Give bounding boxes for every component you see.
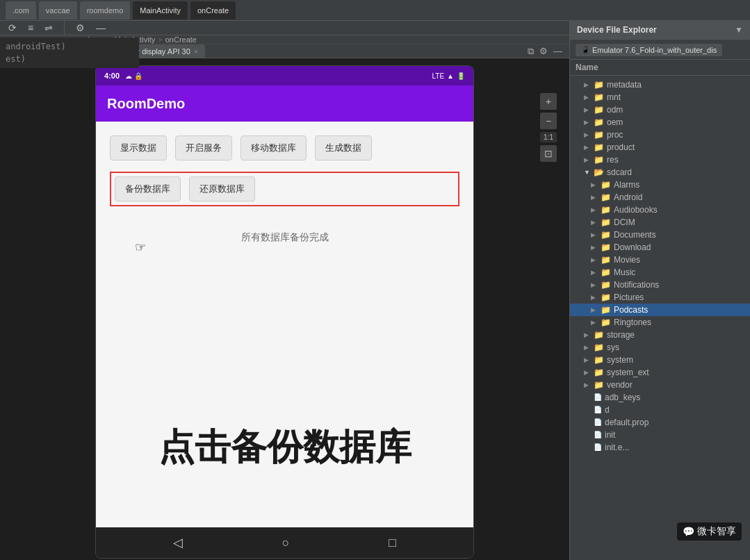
tree-item-metadata[interactable]: ▶ 📁 metadata: [570, 79, 750, 91]
folder-icon: 📁: [601, 318, 611, 327]
tab-com[interactable]: .com: [6, 1, 36, 19]
toolbar-list-icon[interactable]: ≡: [25, 21, 36, 35]
btn-backup-db[interactable]: 备份数据库: [115, 176, 181, 201]
emulator-copy-icon[interactable]: ⧉: [528, 46, 534, 57]
tree-item-sys[interactable]: ▶ 📁 sys: [570, 341, 750, 354]
chevron-right-icon: ▶: [591, 206, 598, 213]
chevron-right-icon: ▶: [591, 256, 598, 263]
button-row-1: 显示数据 开启服务 移动数据库 生成数据: [110, 135, 459, 160]
chevron-right-icon: ▶: [584, 106, 591, 113]
tree-item-vendor[interactable]: ▶ 📁 vendor: [570, 379, 750, 391]
tree-item-init-e[interactable]: ▶ 📄 init.e...: [570, 441, 750, 454]
tree-label-podcasts: Podcasts: [614, 305, 648, 315]
tree-label-sdcard: sdcard: [607, 167, 632, 177]
zoom-out-btn[interactable]: −: [540, 113, 557, 129]
btn-show-data[interactable]: 显示数据: [110, 135, 167, 160]
chevron-right-icon: ▶: [591, 269, 598, 276]
folder-icon: 📁: [601, 242, 611, 252]
tab-mainactivity[interactable]: MainActivity: [133, 1, 188, 19]
tree-label-system: system: [607, 355, 633, 365]
tree-item-android[interactable]: ▶ 📁 Android: [570, 191, 750, 204]
btn-move-db[interactable]: 移动数据库: [241, 135, 307, 160]
tree-item-pictures[interactable]: ▶ 📁 Pictures: [570, 291, 750, 304]
tab-mainactivity-label: MainActivity: [140, 6, 181, 15]
tree-item-adb-keys[interactable]: ▶ 📄 adb_keys: [570, 391, 750, 404]
zoom-fit-btn[interactable]: ⊡: [540, 145, 557, 162]
btn-restore-db[interactable]: 还原数据库: [189, 176, 255, 201]
chevron-right-icon: ▶: [591, 231, 598, 238]
file-icon: 📄: [594, 443, 602, 451]
chevron-right-icon: ▶: [584, 94, 591, 101]
zoom-label: 1:1: [540, 132, 557, 142]
tree-label-sys: sys: [607, 343, 619, 352]
highlighted-buttons-container: 备份数据库 还原数据库: [110, 172, 459, 206]
toolbar-align-icon[interactable]: ⇌: [42, 21, 56, 35]
tree-item-oem[interactable]: ▶ 📁 oem: [570, 116, 750, 129]
tree-item-system-ext[interactable]: ▶ 📁 system_ext: [570, 366, 750, 379]
breadcrumb-oncreate[interactable]: onCreate: [165, 35, 197, 44]
tree-item-audiobooks[interactable]: ▶ 📁 Audiobooks: [570, 204, 750, 216]
tree-item-movies[interactable]: ▶ 📁 Movies: [570, 254, 750, 266]
tree-label-storage: storage: [607, 330, 635, 340]
folder-icon: 📁: [601, 293, 611, 302]
folder-icon: 📁: [601, 217, 611, 227]
tree-item-odm[interactable]: ▶ 📁 odm: [570, 104, 750, 116]
toolbar-settings-icon[interactable]: ⚙: [73, 21, 88, 35]
chevron-right-icon: ▶: [591, 306, 598, 313]
tree-item-default-prop[interactable]: ▶ 📄 default.prop: [570, 416, 750, 429]
tree-item-notifications[interactable]: ▶ 📁 Notifications: [570, 279, 750, 291]
nav-back-btn[interactable]: ◁: [173, 535, 183, 550]
file-icon: 📄: [594, 393, 602, 401]
folder-icon: 📁: [594, 355, 604, 365]
tree-item-ringtones[interactable]: ▶ 📁 Ringtones: [570, 316, 750, 329]
btn-gen-data[interactable]: 生成数据: [315, 135, 372, 160]
tree-item-mnt[interactable]: ▶ 📁 mnt: [570, 91, 750, 104]
tree-item-music[interactable]: ▶ 📁 Music: [570, 266, 750, 279]
emulator-icon-group: ⧉ ⚙ —: [528, 46, 562, 57]
emulator-minimize-icon[interactable]: —: [553, 46, 562, 57]
tree-item-podcasts[interactable]: ▶ 📁 Podcasts: [570, 304, 750, 316]
device-file-explorer-title: Device File Explorer: [577, 25, 657, 35]
folder-icon: 📁: [601, 230, 611, 240]
tree-item-proc[interactable]: ▶ 📁 proc: [570, 129, 750, 141]
tab-roomdemo[interactable]: roomdemo: [80, 1, 131, 19]
tree-item-init[interactable]: ▶ 📄 init: [570, 429, 750, 441]
toolbar-refresh-icon[interactable]: ⟳: [6, 21, 19, 35]
tab-oncreate-label: onCreate: [197, 6, 229, 15]
dfe-tab[interactable]: 📱 Emulator 7.6_Fold-in_with_outer_dis: [576, 44, 722, 56]
emulator-close-icon[interactable]: ×: [194, 47, 198, 56]
breadcrumb-sep-4: >: [158, 35, 162, 44]
chevron-right-icon: ▶: [584, 156, 591, 163]
status-extra-icons: ☁ 🔒: [125, 72, 142, 80]
tree-item-res[interactable]: ▶ 📁 res: [570, 154, 750, 166]
emulator-gear-icon[interactable]: ⚙: [539, 46, 548, 57]
folder-icon: 📁: [601, 267, 611, 277]
tree-item-system[interactable]: ▶ 📁 system: [570, 354, 750, 366]
tree-item-documents[interactable]: ▶ 📁 Documents: [570, 229, 750, 241]
status-icons: LTE ▲ 🔋: [432, 72, 465, 80]
tree-item-dcim[interactable]: ▶ 📁 DCIM: [570, 216, 750, 229]
tree-item-storage[interactable]: ▶ 📁 storage: [570, 329, 750, 341]
toolbar-dash-icon[interactable]: —: [93, 21, 108, 35]
zoom-in-btn[interactable]: +: [540, 93, 557, 110]
panel-chevron-icon[interactable]: ▼: [735, 25, 743, 35]
tree-item-sdcard[interactable]: ▼ 📂 sdcard: [570, 166, 750, 179]
chevron-right-icon: ▶: [591, 194, 598, 201]
big-chinese-text: 点击备份数据库: [96, 423, 473, 472]
watermark-text: 微卡智享: [697, 525, 736, 538]
tab-vaccae[interactable]: vaccae: [39, 1, 77, 19]
file-tree[interactable]: ▶ 📁 metadata ▶ 📁 mnt ▶ 📁 odm ▶ 📁 oem ▶: [570, 76, 750, 561]
status-message: 所有数据库备份完成: [110, 231, 459, 244]
btn-start-service[interactable]: 开启服务: [175, 135, 232, 160]
ide-toolbar: ⟳ ≡ ⇌ ⚙ —: [0, 21, 569, 35]
tree-label-odm: odm: [607, 105, 623, 115]
tree-item-download[interactable]: ▶ 📁 Download: [570, 241, 750, 254]
tree-item-d[interactable]: ▶ 📄 d: [570, 404, 750, 416]
tree-item-alarms[interactable]: ▶ 📁 Alarms: [570, 179, 750, 191]
tree-item-product[interactable]: ▶ 📁 product: [570, 141, 750, 154]
dfe-tab-icon: 📱: [581, 46, 589, 53]
folder-icon: 📁: [601, 180, 611, 190]
nav-home-btn[interactable]: ○: [282, 536, 290, 550]
nav-recents-btn[interactable]: □: [389, 536, 396, 550]
tab-oncreate[interactable]: onCreate: [190, 1, 236, 19]
